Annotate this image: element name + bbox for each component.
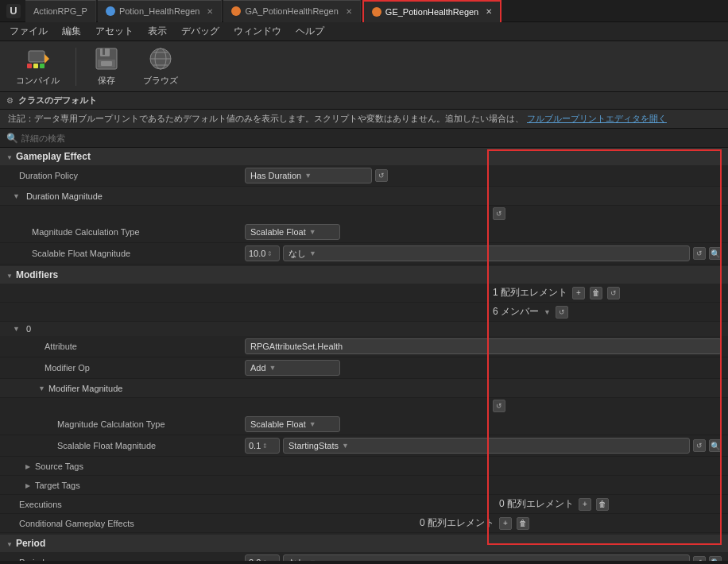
attribute-text-field[interactable]: RPGAttributeSet.Health [245,338,722,354]
menu-debug[interactable]: デバッグ [175,23,226,40]
browse-button[interactable]: ブラウズ [137,43,184,90]
menu-edit[interactable]: 編集 [56,23,87,40]
mag-calc-type2-row: Magnitude Calculation Type Scalable Floa… [0,414,728,435]
tab-ge-potion[interactable]: GE_PotionHealthRegen ✕ [362,0,501,22]
target-tags-collapse-icon[interactable] [25,481,30,489]
menu-view[interactable]: 表示 [141,23,173,40]
executions-label: Executions [6,500,245,509]
source-tags-row: Source Tags [0,457,728,476]
modifier-op-row: Modifier Op Add ▼ [0,357,728,379]
collapse-period-icon [6,539,13,548]
period-search-btn[interactable]: 🔍 [709,556,722,561]
magnitude-calc-type-row: Magnitude Calculation Type Scalable Floa… [0,222,728,243]
modifier-0-collapse-icon[interactable]: ▼ [13,325,20,333]
conditional-effects-value: 0 配列エレメント + 🗑 [245,516,722,530]
scalable-mag-label: Scalable Float Magnitude [6,441,245,450]
scalable-float-num-input[interactable]: 10.0 ⇕ [245,245,280,261]
svg-rect-4 [40,64,45,68]
magnitude-calc-type-label: Magnitude Calculation Type [6,227,245,237]
tab-ga-potion[interactable]: GA_PotionHealthRegen ✕ [223,0,360,22]
menu-file[interactable]: ファイル [3,23,54,40]
duration-magnitude-collapse-icon[interactable]: ▼ [13,192,20,200]
scalable-float-curve-dropdown[interactable]: なし ▼ [283,245,690,261]
scalable-mag-value: 0.1 ⇕ StartingStats ▼ ↺ 🔍 [245,438,722,454]
modifier-0-label: 0 [26,324,31,334]
svg-rect-3 [33,64,38,68]
modifier-op-dropdown[interactable]: Add ▼ [245,360,340,376]
collapse-gameplay-effect-icon [6,153,13,161]
modifiers-section-header[interactable]: Modifiers [0,266,728,284]
tab-close-btn[interactable]: ✕ [346,7,352,16]
tab-label: GA_PotionHealthRegen [245,6,338,16]
modifier-magnitude-row: ▼ Modifier Magnitude [0,379,728,398]
scalable-float-search-btn[interactable]: 🔍 [709,247,722,260]
dropdown-arrow-icon: ▼ [304,172,312,180]
delete-conditional-btn[interactable]: 🗑 [517,517,529,530]
tab-actionrpg[interactable]: ActionRPG_P [25,0,96,22]
tab-potion-healthregen[interactable]: Potion_HealthRegen ✕ [98,0,223,22]
menu-asset[interactable]: アセット [89,23,140,40]
duration-policy-reset-btn[interactable]: ↺ [375,169,388,182]
search-bar: 🔍 [0,129,728,148]
tab-icon-orange2 [372,7,381,17]
notice-link[interactable]: フルブループリントエディタを開く [527,113,667,125]
member-collapse-icon[interactable]: ▼ [544,308,551,316]
menu-help[interactable]: ヘルプ [289,23,331,40]
duration-magnitude-reset-btn[interactable]: ↺ [493,207,505,220]
scalable-mag-num-input[interactable]: 0.1 ⇕ [245,438,280,454]
scalable-float-reset-btn[interactable]: ↺ [693,247,706,260]
modifiers-count-label: 1 配列エレメント [493,286,567,299]
executions-count: 0 配列エレメント [499,497,574,511]
gameplay-effect-section-header[interactable]: Gameplay Effect [0,148,728,165]
panel-header: ⚙ クラスのデフォルト [0,92,728,110]
tab-label: ActionRPG_P [33,6,87,16]
mag-calc-type2-dropdown[interactable]: Scalable Float ▼ [245,416,340,432]
modifier-member-row: 6 メンバー ▼ ↺ [0,303,728,322]
dropdown-arrow-icon3: ▼ [309,249,316,257]
scalable-mag-reset-btn[interactable]: ↺ [693,439,706,452]
compile-label: コンパイル [16,75,60,87]
mag-calc-type2-value: Scalable Float ▼ [245,416,722,432]
scalable-float-magnitude-label: Scalable Float Magnitude [6,249,245,258]
modifier-member-label: 6 メンバー [493,305,539,319]
svg-rect-9 [101,61,112,66]
modifier-op-selected: Add [250,363,266,373]
period-curve-selected: なし [288,557,306,562]
toolbar-divider-1 [76,48,76,86]
attribute-row: Attribute RPGAttributeSet.Health [0,336,728,357]
member-reset-btn[interactable]: ↺ [556,306,568,319]
period-section-header[interactable]: Period [0,535,728,552]
modifier-reset-btn[interactable]: ↺ [607,287,620,299]
scalable-float-num-val: 10.0 [249,249,265,258]
delete-modifier-btn[interactable]: 🗑 [590,287,602,299]
period-reset-btn[interactable]: ↺ [693,556,706,561]
delete-execution-btn[interactable]: 🗑 [596,498,609,511]
add-conditional-btn[interactable]: + [499,517,512,530]
main-content: Gameplay Effect Duration Policy Has Dura… [0,148,728,561]
add-modifier-btn[interactable]: + [572,287,585,299]
search-input[interactable] [21,133,180,143]
save-button[interactable]: 保存 [86,43,127,90]
app-logo: U [6,4,21,18]
modifier-magnitude-collapse-icon[interactable]: ▼ [38,384,45,392]
scalable-mag-curve-dropdown[interactable]: StartingStats ▼ [283,438,690,454]
compile-button[interactable]: コンパイル [10,43,66,90]
source-tags-collapse-icon[interactable] [25,462,30,470]
add-execution-btn[interactable]: + [579,498,591,511]
source-tags-label: Source Tags [35,462,83,471]
modifier-0-header[interactable]: ▼ 0 [0,322,728,336]
mag-calc-type2-selected: Scalable Float [250,419,306,429]
menu-window[interactable]: ウィンドウ [227,23,288,40]
duration-policy-dropdown[interactable]: Has Duration ▼ [245,168,372,183]
duration-policy-selected: Has Duration [250,171,301,180]
scalable-mag-search-btn[interactable]: 🔍 [709,439,722,452]
period-num-input[interactable]: 2.0 ⇕ [245,554,280,561]
tab-close-btn[interactable]: ✕ [486,7,492,16]
magnitude-calc-type-dropdown[interactable]: Scalable Float ▼ [245,224,340,240]
tab-label: GE_PotionHealthRegen [385,7,478,17]
modifiers-array-row: 1 配列エレメント + 🗑 ↺ [0,284,728,303]
save-icon [94,46,119,71]
tab-close-btn[interactable]: ✕ [207,7,213,16]
modifier-magnitude-reset-btn[interactable]: ↺ [493,400,505,412]
period-curve-dropdown[interactable]: なし ▼ [283,554,690,561]
